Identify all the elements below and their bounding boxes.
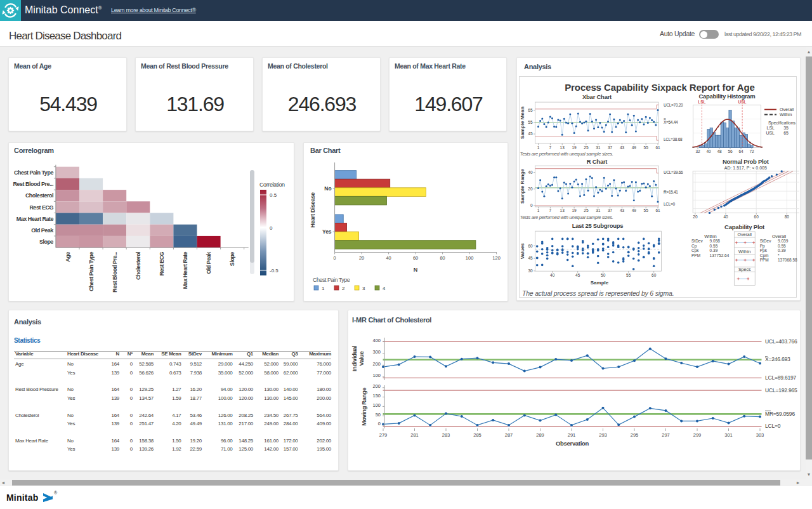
svg-text:Cholesterol: Cholesterol (25, 192, 53, 199)
svg-text:65: 65 (783, 131, 789, 135)
svg-text:Values: Values (520, 242, 526, 259)
svg-text:LCL=0: LCL=0 (765, 423, 781, 429)
svg-text:Specs: Specs (738, 267, 751, 272)
svg-text:285: 285 (473, 432, 481, 438)
svg-text:1: 1 (537, 208, 540, 213)
svg-text:UCL=39.66: UCL=39.66 (664, 170, 683, 175)
svg-text:Chest Pain Type: Chest Pain Type (88, 252, 95, 291)
svg-text:Moving Range: Moving Range (360, 388, 367, 426)
svg-text:55: 55 (644, 145, 649, 150)
svg-text:Chest Pain Type: Chest Pain Type (14, 169, 53, 176)
svg-text:45: 45 (575, 273, 580, 277)
svg-text:Rest ECG: Rest ECG (29, 204, 53, 211)
svg-text:USL: USL (738, 100, 747, 104)
svg-text:Rest Blood Pre...: Rest Blood Pre... (112, 252, 118, 293)
svg-text:LCL=0: LCL=0 (664, 202, 676, 206)
svg-text:StDev: StDev (760, 239, 771, 243)
svg-text:Capability Histogram: Capability Histogram (698, 93, 755, 100)
svg-text:37: 37 (608, 208, 613, 213)
svg-text:0: 0 (530, 203, 533, 208)
svg-text:0.39: 0.39 (778, 248, 786, 253)
svg-text:100: 100 (466, 255, 474, 261)
svg-text:LCL=89.6197: LCL=89.6197 (765, 374, 797, 381)
svg-text:60: 60 (652, 273, 657, 277)
svg-text:40: 40 (723, 215, 728, 219)
svg-text:60: 60 (528, 244, 533, 248)
svg-text:X=246.693: X=246.693 (765, 356, 790, 362)
svg-text:45: 45 (528, 256, 533, 260)
svg-text:X=54.44: X=54.44 (664, 120, 678, 124)
svg-text:40: 40 (706, 149, 711, 154)
svg-text:80: 80 (785, 215, 790, 219)
svg-text:Last 25 Subgroups: Last 25 Subgroups (572, 222, 623, 229)
svg-text:55: 55 (644, 208, 649, 213)
svg-text:283: 283 (442, 432, 450, 438)
svg-text:Cholesterol: Cholesterol (135, 252, 141, 280)
svg-text:UCL=192.965: UCL=192.965 (765, 387, 797, 393)
svg-text:49: 49 (632, 208, 637, 213)
svg-text:301: 301 (724, 432, 733, 438)
svg-text:Heart Disease: Heart Disease (310, 192, 316, 228)
svg-text:31: 31 (596, 208, 601, 213)
svg-text:297: 297 (662, 432, 670, 438)
svg-text:Old Peak: Old Peak (206, 251, 212, 274)
svg-text:0.39: 0.39 (710, 248, 718, 253)
svg-text:StDev: StDev (691, 239, 703, 243)
svg-text:9.058: 9.058 (710, 239, 721, 243)
svg-text:Xbar Chart: Xbar Chart (582, 93, 612, 100)
svg-text:200: 200 (372, 383, 381, 389)
svg-text:0: 0 (378, 421, 381, 426)
svg-text:30: 30 (528, 268, 533, 273)
svg-text:-0.5: -0.5 (270, 268, 278, 274)
svg-text:32: 32 (695, 149, 700, 154)
svg-text:13: 13 (560, 208, 565, 213)
svg-text:AD: 1.517, P: < 0.005: AD: 1.517, P: < 0.005 (724, 166, 767, 170)
svg-text:Process Capability Sixpack Rep: Process Capability Sixpack Report for Ag… (565, 82, 755, 93)
svg-text:Capability Plot: Capability Plot (724, 223, 765, 230)
svg-text:Slope: Slope (229, 252, 235, 266)
svg-text:2: 2 (342, 286, 345, 291)
svg-text:UCL=403.766: UCL=403.766 (765, 338, 797, 345)
svg-text:300: 300 (372, 349, 381, 355)
svg-text:0.55: 0.55 (778, 244, 786, 248)
svg-text:49: 49 (632, 145, 637, 150)
svg-text:150: 150 (372, 393, 381, 399)
svg-text:PPM: PPM (760, 258, 769, 262)
svg-text:Sample: Sample (591, 280, 609, 286)
svg-text:Tests are performed with unequ: Tests are performed with unequal sample … (520, 215, 613, 220)
svg-text:120: 120 (492, 255, 501, 261)
svg-text:Chest Pain Type: Chest Pain Type (313, 277, 350, 283)
svg-text:100: 100 (372, 402, 381, 408)
svg-text:Rest ECG: Rest ECG (159, 252, 165, 276)
svg-text:40: 40 (550, 273, 555, 277)
svg-text:25: 25 (584, 208, 589, 213)
svg-text:MR=59.0596: MR=59.0596 (765, 411, 795, 417)
svg-text:56: 56 (728, 149, 733, 154)
svg-text:Value: Value (358, 351, 365, 366)
svg-text:Max Heart Rate: Max Heart Rate (182, 252, 188, 289)
svg-text:Normal Prob Plot: Normal Prob Plot (723, 158, 769, 165)
svg-text:Age: Age (65, 252, 71, 262)
svg-text:20: 20 (359, 255, 364, 261)
svg-text:60: 60 (754, 215, 759, 219)
svg-text:Slope: Slope (39, 239, 53, 245)
svg-text:Max Heart Rate: Max Heart Rate (16, 216, 54, 222)
svg-text:7: 7 (549, 208, 552, 213)
svg-text:R=15.41: R=15.41 (664, 190, 678, 194)
svg-text:100: 100 (372, 373, 381, 378)
svg-text:65: 65 (528, 108, 533, 112)
svg-text:287: 287 (505, 432, 513, 438)
svg-text:Overall: Overall (738, 232, 752, 237)
svg-text:Sample Mean: Sample Mean (520, 107, 525, 139)
svg-text:13: 13 (560, 145, 565, 150)
svg-text:200: 200 (372, 361, 381, 367)
svg-text:R Chart: R Chart (587, 158, 608, 165)
svg-text:USL: USL (766, 131, 775, 135)
svg-text:No: No (324, 185, 331, 192)
svg-text:4: 4 (383, 286, 386, 291)
svg-text:Correlation: Correlation (259, 182, 285, 188)
svg-text:48: 48 (717, 149, 722, 154)
svg-text:37: 37 (608, 145, 613, 150)
svg-text:50: 50 (601, 273, 606, 277)
svg-text:137752.64: 137752.64 (710, 253, 730, 258)
